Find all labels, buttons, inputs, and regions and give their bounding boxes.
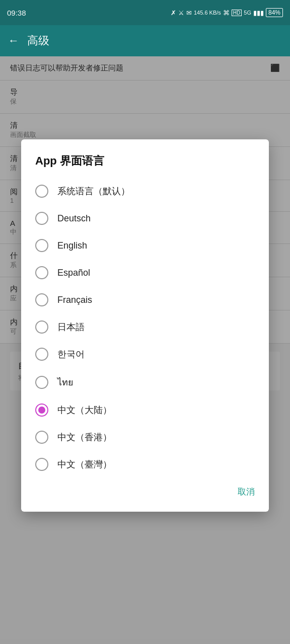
- language-options-list: 系统语言（默认） Deutsch English Español Françai…: [21, 178, 269, 478]
- speed-text: 145.6 KB/s: [194, 10, 221, 16]
- hd-badge: HD: [232, 10, 242, 16]
- radio-chinese-mainland: [35, 404, 48, 417]
- radio-system: [35, 185, 48, 198]
- option-chinese-mainland[interactable]: 中文（大陆）: [25, 396, 265, 424]
- notification-icon: ✉: [186, 9, 192, 17]
- option-korean[interactable]: 한국어: [25, 341, 265, 368]
- signal-icon: ▮▮▮: [253, 9, 264, 17]
- option-chinese-tw[interactable]: 中文（臺灣）: [25, 451, 265, 478]
- app-bar: ← 高级: [0, 25, 290, 56]
- option-label-espanol: Español: [57, 268, 90, 278]
- option-label-chinese-mainland: 中文（大陆）: [57, 404, 112, 416]
- battery-icon: 84%: [266, 8, 283, 17]
- status-icons: ✗ ⚔ ✉ 145.6 KB/s ⌘ HD 5G ▮▮▮ 84%: [171, 8, 283, 17]
- radio-deutsch: [35, 212, 48, 225]
- option-label-thai: ไทย: [57, 375, 74, 389]
- option-english[interactable]: English: [25, 232, 265, 259]
- back-button[interactable]: ←: [8, 34, 19, 47]
- option-label-system: 系统语言（默认）: [57, 185, 130, 197]
- option-label-francais: Français: [57, 295, 92, 305]
- page-title: 高级: [27, 33, 49, 48]
- radio-inner-dot: [38, 407, 45, 414]
- option-japanese[interactable]: 日本語: [25, 313, 265, 341]
- option-francais[interactable]: Français: [25, 286, 265, 313]
- option-label-deutsch: Deutsch: [57, 213, 91, 224]
- option-label-english: English: [57, 240, 87, 251]
- wifi-icon: ⌘: [223, 9, 230, 17]
- radio-chinese-hk: [35, 431, 48, 444]
- status-bar: 09:38 ✗ ⚔ ✉ 145.6 KB/s ⌘ HD 5G ▮▮▮ 84%: [0, 0, 290, 25]
- bluetooth-icon: ✗: [171, 9, 176, 17]
- option-thai[interactable]: ไทย: [25, 368, 265, 396]
- option-espanol[interactable]: Español: [25, 259, 265, 286]
- status-time: 09:38: [7, 9, 26, 17]
- radio-espanol: [35, 266, 48, 279]
- language-dialog: App 界面语言 系统语言（默认） Deutsch English Españo…: [21, 139, 269, 512]
- dialog-actions: 取消: [21, 478, 269, 507]
- alarm-icon: ⚔: [178, 9, 184, 17]
- radio-japanese: [35, 320, 48, 334]
- network-5g: 5G: [244, 10, 251, 16]
- cancel-button[interactable]: 取消: [236, 482, 257, 502]
- dialog-title: App 界面语言: [21, 139, 269, 178]
- radio-thai: [35, 376, 48, 389]
- option-deutsch[interactable]: Deutsch: [25, 205, 265, 232]
- radio-english: [35, 239, 48, 252]
- option-label-japanese: 日本語: [57, 321, 85, 333]
- option-label-chinese-hk: 中文（香港）: [57, 431, 112, 443]
- option-label-korean: 한국어: [57, 348, 85, 360]
- option-system-language[interactable]: 系统语言（默认）: [25, 178, 265, 205]
- option-label-chinese-tw: 中文（臺灣）: [57, 458, 112, 470]
- radio-korean: [35, 348, 48, 361]
- settings-background: 错误日志可以帮助开发者修正问题 ⬛ 导 保 清 画面截取 清 清 阅 1 A 中…: [0, 56, 290, 644]
- radio-chinese-tw: [35, 458, 48, 471]
- option-chinese-hk[interactable]: 中文（香港）: [25, 424, 265, 451]
- radio-francais: [35, 293, 48, 306]
